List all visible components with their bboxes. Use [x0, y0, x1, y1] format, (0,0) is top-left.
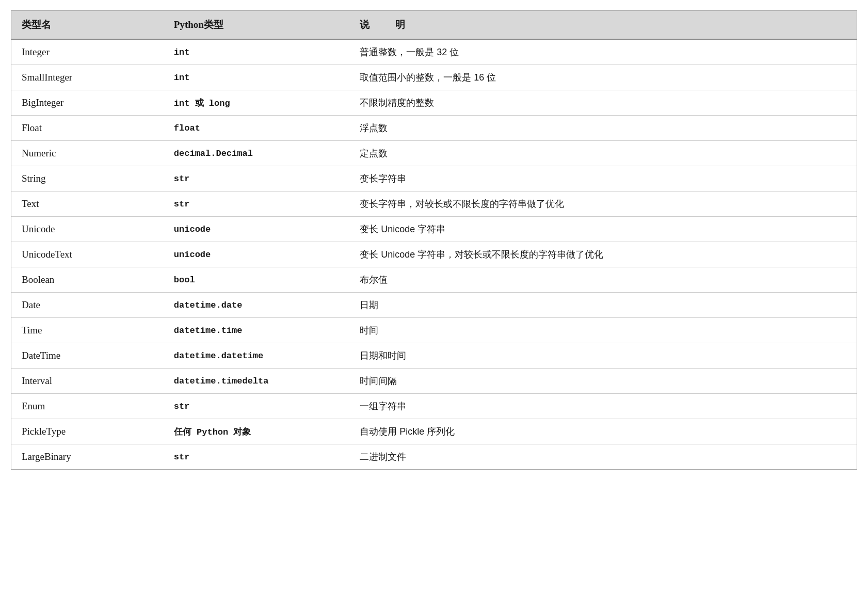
- cell-type-name: Time: [11, 318, 164, 343]
- cell-description: 变长字符串: [349, 166, 857, 191]
- cell-type-name: Interval: [11, 369, 164, 394]
- cell-type-name: Float: [11, 116, 164, 141]
- header-description: 说 明: [349, 11, 857, 39]
- cell-description: 变长 Unicode 字符串，对较长或不限长度的字符串做了优化: [349, 242, 857, 267]
- cell-description: 时间间隔: [349, 369, 857, 394]
- cell-type-name: Text: [11, 191, 164, 217]
- table-row: Stringstr变长字符串: [11, 166, 857, 191]
- cell-description: 二进制文件: [349, 444, 857, 470]
- cell-type-name: Date: [11, 293, 164, 318]
- cell-python-type: str: [164, 166, 349, 191]
- type-reference-table: 类型名 Python类型 说 明 Integerint普通整数，一般是 32 位…: [11, 11, 857, 469]
- cell-description: 不限制精度的整数: [349, 90, 857, 116]
- table-header-row: 类型名 Python类型 说 明: [11, 11, 857, 39]
- cell-description: 定点数: [349, 141, 857, 166]
- cell-python-type: datetime.time: [164, 318, 349, 343]
- cell-description: 普通整数，一般是 32 位: [349, 39, 857, 65]
- table-row: LargeBinarystr二进制文件: [11, 444, 857, 470]
- cell-python-type: decimal.Decimal: [164, 141, 349, 166]
- cell-type-name: LargeBinary: [11, 444, 164, 470]
- cell-python-type: str: [164, 191, 349, 217]
- table-row: Floatfloat浮点数: [11, 116, 857, 141]
- cell-type-name: SmallInteger: [11, 65, 164, 90]
- cell-type-name: BigInteger: [11, 90, 164, 116]
- cell-description: 日期和时间: [349, 343, 857, 369]
- cell-type-name: Unicode: [11, 217, 164, 242]
- cell-type-name: UnicodeText: [11, 242, 164, 267]
- cell-type-name: Numeric: [11, 141, 164, 166]
- cell-python-type: datetime.timedelta: [164, 369, 349, 394]
- table-row: PickleType任何 Python 对象自动使用 Pickle 序列化: [11, 419, 857, 444]
- header-python-type: Python类型: [164, 11, 349, 39]
- cell-type-name: DateTime: [11, 343, 164, 369]
- cell-description: 一组字符串: [349, 394, 857, 419]
- table-row: Enumstr一组字符串: [11, 394, 857, 419]
- cell-python-type: datetime.datetime: [164, 343, 349, 369]
- table-row: Datedatetime.date日期: [11, 293, 857, 318]
- cell-python-type: str: [164, 394, 349, 419]
- cell-description: 日期: [349, 293, 857, 318]
- cell-python-type: int: [164, 39, 349, 65]
- cell-description: 取值范围小的整数，一般是 16 位: [349, 65, 857, 90]
- cell-python-type: datetime.date: [164, 293, 349, 318]
- table-row: BigIntegerint 或 long不限制精度的整数: [11, 90, 857, 116]
- table-row: Textstr变长字符串，对较长或不限长度的字符串做了优化: [11, 191, 857, 217]
- table-row: Unicodeunicode变长 Unicode 字符串: [11, 217, 857, 242]
- main-table-container: 类型名 Python类型 说 明 Integerint普通整数，一般是 32 位…: [11, 10, 857, 470]
- table-row: UnicodeTextunicode变长 Unicode 字符串，对较长或不限长…: [11, 242, 857, 267]
- cell-python-type: float: [164, 116, 349, 141]
- cell-python-type: int 或 long: [164, 90, 349, 116]
- cell-python-type: int: [164, 65, 349, 90]
- table-row: Intervaldatetime.timedelta时间间隔: [11, 369, 857, 394]
- cell-python-type: bool: [164, 267, 349, 293]
- cell-description: 布尔值: [349, 267, 857, 293]
- table-row: Integerint普通整数，一般是 32 位: [11, 39, 857, 65]
- table-row: Timedatetime.time时间: [11, 318, 857, 343]
- table-row: Numericdecimal.Decimal定点数: [11, 141, 857, 166]
- cell-python-type: unicode: [164, 242, 349, 267]
- cell-description: 自动使用 Pickle 序列化: [349, 419, 857, 444]
- cell-python-type: str: [164, 444, 349, 470]
- cell-python-type: 任何 Python 对象: [164, 419, 349, 444]
- cell-type-name: Boolean: [11, 267, 164, 293]
- cell-type-name: Integer: [11, 39, 164, 65]
- cell-description: 变长字符串，对较长或不限长度的字符串做了优化: [349, 191, 857, 217]
- cell-description: 浮点数: [349, 116, 857, 141]
- cell-description: 时间: [349, 318, 857, 343]
- table-row: Booleanbool布尔值: [11, 267, 857, 293]
- table-row: DateTimedatetime.datetime日期和时间: [11, 343, 857, 369]
- cell-type-name: String: [11, 166, 164, 191]
- cell-python-type: unicode: [164, 217, 349, 242]
- cell-type-name: Enum: [11, 394, 164, 419]
- cell-type-name: PickleType: [11, 419, 164, 444]
- header-type-name: 类型名: [11, 11, 164, 39]
- table-row: SmallIntegerint取值范围小的整数，一般是 16 位: [11, 65, 857, 90]
- cell-description: 变长 Unicode 字符串: [349, 217, 857, 242]
